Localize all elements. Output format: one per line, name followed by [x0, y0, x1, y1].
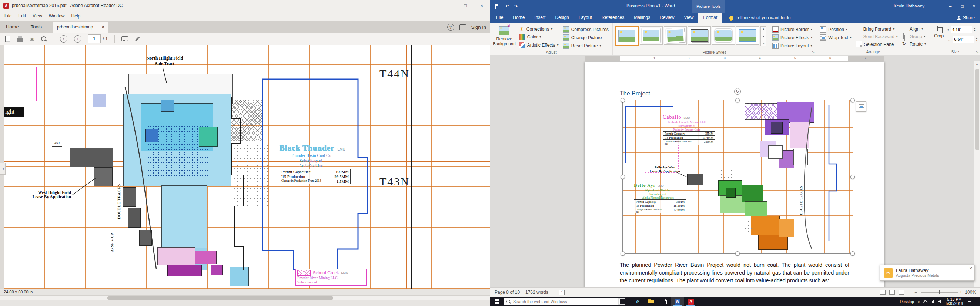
sign-in-button[interactable]: Sign In [471, 24, 486, 30]
vertical-scrollbar[interactable]: ▲ [974, 62, 980, 287]
page-indicator[interactable]: Page 8 of 10 [495, 290, 520, 295]
proofing-icon[interactable] [559, 290, 565, 295]
search-input[interactable] [512, 299, 603, 304]
taskbar-clock[interactable]: 5:13 PM 5/30/2016 [945, 298, 963, 306]
task-view-button[interactable] [618, 298, 625, 304]
picture-style-thumbnail[interactable] [664, 26, 687, 45]
share-button[interactable]: Share [957, 13, 975, 23]
embedded-map-image[interactable]: Caballo LMU Peabody Caballo Mining LLC S… [622, 100, 853, 254]
selection-handle-bottom-left[interactable] [620, 251, 625, 256]
layout-options-button[interactable] [856, 101, 866, 112]
print-layout-icon[interactable] [889, 290, 895, 295]
toast-close-icon[interactable]: ✕ [969, 266, 973, 271]
email-icon[interactable]: ✉ [30, 36, 35, 42]
horizontal-ruler[interactable]: 1 2 3 4 5 6 7 [490, 55, 980, 62]
scrollbar-thumb[interactable] [975, 69, 979, 150]
selection-handle-top-left[interactable] [620, 98, 625, 103]
next-page-icon[interactable]: ↓ [74, 35, 81, 43]
picture-style-thumbnail[interactable] [712, 26, 735, 45]
zoom-slider-thumb[interactable] [939, 290, 940, 294]
tab-view[interactable]: View [679, 13, 698, 23]
tab-mailings[interactable]: Mailings [629, 13, 655, 23]
tab-design[interactable]: Design [550, 13, 573, 23]
horizontal-scrollbar[interactable] [0, 295, 490, 300]
menu-file[interactable]: File [5, 13, 11, 19]
desktop-toolbar-chevron-icon[interactable]: » [918, 299, 920, 304]
corrections-button[interactable]: ☀Corrections▾ [518, 26, 560, 32]
desktop-toolbar-label[interactable]: Desktop [900, 299, 914, 304]
scrollbar-thumb[interactable] [107, 296, 333, 300]
volume-icon[interactable] [938, 300, 942, 303]
selection-handle-bottom-center[interactable] [735, 251, 740, 256]
tab-layout[interactable]: Layout [574, 13, 597, 23]
action-center-icon[interactable] [967, 299, 972, 304]
document-tab-close-icon[interactable]: × [102, 24, 104, 30]
compress-pictures-button[interactable]: Compress Pictures [562, 26, 610, 33]
notifications-icon[interactable] [460, 24, 466, 30]
page-number-input[interactable] [88, 35, 101, 43]
shape-height-input[interactable] [951, 26, 972, 33]
selection-handle-mid-right[interactable] [850, 174, 855, 179]
zoom-level[interactable]: 100% [965, 290, 976, 295]
print-icon[interactable] [17, 38, 23, 42]
read-mode-icon[interactable] [880, 290, 886, 295]
restore-button[interactable]: □ [956, 0, 968, 13]
document-tab[interactable]: prbcoallsestatmap ... × [53, 22, 108, 33]
menu-help[interactable]: Help [72, 13, 81, 19]
align-button[interactable]: Align▾ [901, 26, 928, 32]
word-count[interactable]: 1762 words [525, 290, 548, 295]
tab-tools[interactable]: Tools [25, 21, 48, 33]
menu-view[interactable]: View [33, 13, 42, 19]
selection-handle-mid-left[interactable] [620, 174, 625, 179]
highlight-pen-icon[interactable] [135, 36, 140, 41]
selection-handle-top-right[interactable] [850, 98, 855, 103]
page-thumbnails-icon[interactable] [5, 36, 10, 42]
taskbar-app-acrobat[interactable]: A [684, 297, 697, 306]
shape-width-input[interactable] [953, 35, 974, 43]
picture-layout-button[interactable]: Picture Layout▾ [771, 42, 814, 49]
previous-page-icon[interactable]: ↑ [60, 35, 67, 43]
tab-insert[interactable]: Insert [530, 13, 550, 23]
redo-icon[interactable] [514, 4, 518, 9]
zoom-in-button[interactable]: + [959, 290, 962, 295]
picture-style-thumbnail[interactable] [640, 26, 663, 45]
gallery-scroll[interactable]: ▴▾≡ [760, 26, 766, 46]
tray-expand-chevron-icon[interactable] [923, 300, 928, 304]
maximize-button[interactable]: □ [457, 0, 474, 11]
web-layout-icon[interactable] [899, 290, 904, 295]
selection-pane-button[interactable]: Selection Pane [854, 41, 899, 48]
menu-edit[interactable]: Edit [18, 13, 26, 19]
picture-effects-button[interactable]: Picture Effects▾ [771, 34, 814, 41]
email-notification-toast[interactable]: ✉ Laura Hathaway Augusta Precious Metals… [880, 265, 975, 281]
tab-home[interactable]: Home [0, 21, 25, 33]
tab-references[interactable]: References [597, 13, 629, 23]
taskbar-app-store[interactable] [657, 297, 671, 306]
menu-window[interactable]: Window [49, 13, 65, 19]
taskbar-app-word[interactable]: W [671, 297, 684, 306]
save-icon[interactable] [495, 4, 500, 9]
minimize-button[interactable]: – [945, 0, 956, 13]
tab-file[interactable]: File [490, 13, 508, 23]
taskbar-app-edge[interactable]: e [631, 297, 644, 306]
selection-handle-top-center[interactable] [735, 98, 740, 103]
help-icon[interactable]: ? [447, 24, 454, 31]
remove-background-button[interactable]: Remove Background [492, 24, 516, 46]
dialog-launcher-icon[interactable]: ↘ [976, 50, 979, 54]
artistic-effects-button[interactable]: Artistic Effects▾ [518, 41, 560, 49]
tell-me-box[interactable]: Tell me what you want to do [729, 15, 791, 21]
position-button[interactable]: Position▾ [819, 26, 853, 33]
selection-handle-bottom-right[interactable] [850, 251, 855, 256]
show-desktop-button[interactable] [976, 297, 978, 306]
crop-button[interactable]: Crop [932, 24, 945, 38]
rotate-button[interactable]: Rotate▾ [901, 41, 928, 47]
pdf-map-page[interactable]: North Hilight Field Sale Tract T44N T43N… [4, 45, 490, 289]
taskbar-search-box[interactable] [504, 298, 620, 305]
picture-style-thumbnail[interactable] [736, 26, 759, 45]
start-button[interactable] [490, 297, 504, 306]
group-button[interactable]: Group▾ [901, 33, 928, 40]
bring-forward-button[interactable]: Bring Forward▾ [854, 26, 899, 32]
minimize-button[interactable]: – [441, 0, 457, 11]
picture-style-thumbnail[interactable] [688, 26, 711, 45]
collapse-pane-arrow-icon[interactable]: ◂ [0, 163, 6, 174]
picture-style-thumbnail[interactable] [615, 26, 639, 46]
